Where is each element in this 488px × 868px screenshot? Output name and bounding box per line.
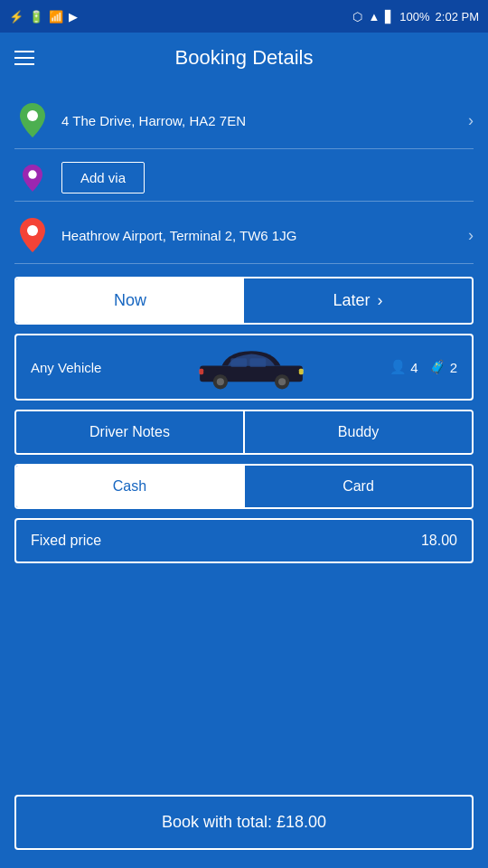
- dropoff-chevron-icon: ›: [468, 226, 474, 245]
- svg-point-2: [27, 225, 38, 236]
- svg-point-0: [27, 110, 38, 121]
- price-value: 18.00: [421, 533, 457, 549]
- later-label: Later: [333, 291, 370, 310]
- svg-point-7: [278, 378, 286, 385]
- battery-low-icon: 🔋: [29, 10, 43, 24]
- card-button[interactable]: Card: [243, 466, 472, 507]
- menu-button[interactable]: [14, 51, 34, 65]
- svg-rect-9: [249, 358, 266, 367]
- cash-button[interactable]: Cash: [16, 466, 243, 507]
- main-content: 4 The Drive, Harrow, HA2 7EN › Add via H…: [0, 83, 488, 572]
- vehicle-stats: 👤 4 🧳 2: [389, 359, 457, 375]
- status-left: ⚡ 🔋 📶 ▶: [9, 10, 78, 24]
- dropoff-location-row[interactable]: Heathrow Airport, Terminal 2, TW6 1JG ›: [14, 207, 474, 264]
- svg-rect-10: [298, 369, 303, 375]
- pickup-address: 4 The Drive, Harrow, HA2 7EN: [61, 113, 457, 128]
- pickup-pin: [14, 103, 51, 137]
- luggage-count: 2: [450, 360, 457, 375]
- svg-point-5: [216, 378, 223, 385]
- page-title: Booking Details: [52, 46, 436, 70]
- signal-icon: ▋: [385, 10, 394, 24]
- luggage-icon: 🧳: [429, 359, 446, 375]
- via-pin: [14, 164, 51, 193]
- dropoff-address: Heathrow Airport, Terminal 2, TW6 1JG: [61, 228, 457, 243]
- payment-row: Cash Card: [14, 464, 474, 509]
- later-button[interactable]: Later ›: [244, 278, 472, 323]
- header: Booking Details: [0, 33, 488, 83]
- add-via-row: Add via: [14, 155, 474, 202]
- hamburger-line-1: [14, 51, 34, 52]
- time-display: 2:02 PM: [436, 10, 479, 24]
- add-via-button[interactable]: Add via: [61, 162, 145, 193]
- battery-full-icon: 100%: [399, 10, 429, 24]
- luggage-stat: 🧳 2: [429, 359, 457, 375]
- svg-point-1: [28, 170, 36, 178]
- pickup-location-row[interactable]: 4 The Drive, Harrow, HA2 7EN ›: [14, 92, 474, 149]
- vehicle-label: Any Vehicle: [31, 360, 112, 375]
- book-button[interactable]: Book with total: £18.00: [14, 795, 474, 850]
- later-chevron-icon: ›: [378, 291, 383, 310]
- price-row: Fixed price 18.00: [14, 518, 474, 563]
- price-label: Fixed price: [31, 533, 101, 549]
- status-right: ⬡ ▲ ▋ 100% 2:02 PM: [352, 10, 479, 24]
- bluetooth-icon: ⬡: [352, 10, 362, 24]
- status-bar: ⚡ 🔋 📶 ▶ ⬡ ▲ ▋ 100% 2:02 PM: [0, 0, 488, 33]
- book-button-container: Book with total: £18.00: [14, 795, 474, 850]
- hamburger-line-3: [14, 63, 34, 65]
- passenger-stat: 👤 4: [389, 359, 418, 375]
- time-selector: Now Later ›: [14, 277, 474, 325]
- person-icon: 👤: [389, 359, 407, 375]
- driver-notes-button[interactable]: Driver Notes: [16, 411, 243, 453]
- vehicle-image: [119, 344, 382, 390]
- action-row: Driver Notes Buddy: [14, 410, 474, 455]
- now-button[interactable]: Now: [16, 278, 244, 323]
- wifi-icon: ▲: [368, 10, 380, 24]
- svg-rect-11: [199, 369, 203, 375]
- play-icon: ▶: [69, 10, 78, 24]
- svg-rect-8: [230, 358, 247, 367]
- vehicle-row[interactable]: Any Vehicle: [14, 334, 474, 401]
- passenger-count: 4: [410, 360, 418, 375]
- pickup-chevron-icon: ›: [468, 111, 474, 130]
- sim-icon: 📶: [49, 10, 63, 24]
- hamburger-line-2: [14, 57, 34, 59]
- buddy-button[interactable]: Buddy: [243, 411, 472, 453]
- usb-icon: ⚡: [9, 10, 23, 24]
- dropoff-pin: [14, 218, 51, 252]
